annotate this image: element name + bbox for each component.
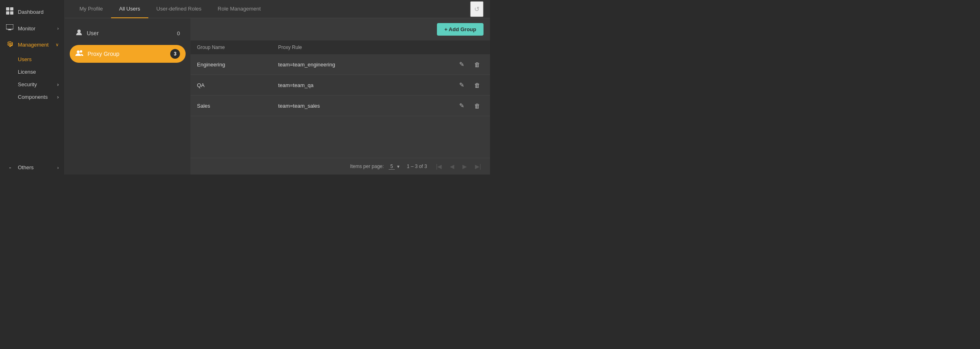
actions-cell: ✎🗑 <box>410 96 490 116</box>
tab-user-defined-roles[interactable]: User-defined Roles <box>148 0 210 18</box>
col-actions <box>410 40 490 54</box>
proxy-rule-cell: team=team_engineering <box>272 54 410 75</box>
items-per-page-dropdown[interactable]: 5 ▼ <box>389 164 400 170</box>
delete-button[interactable]: 🗑 <box>471 80 484 90</box>
items-per-page-label: Items per page: <box>350 164 384 169</box>
panel-item-label: Proxy Group <box>88 51 120 57</box>
pagination-range: 1 – 3 of 3 <box>407 164 427 169</box>
sidebar-item-management[interactable]: Management ∨ <box>0 36 64 53</box>
chevron-down-icon: ∨ <box>56 42 59 47</box>
table-row: Engineeringteam=team_engineering✎🗑 <box>190 54 490 75</box>
delete-button[interactable]: 🗑 <box>471 101 484 111</box>
items-per-page-value: 5 <box>389 164 395 170</box>
last-page-button[interactable]: ▶| <box>473 162 484 170</box>
svg-rect-4 <box>6 24 13 29</box>
dropdown-chevron-icon: ▼ <box>396 164 400 169</box>
actions-cell: ✎🗑 <box>410 75 490 96</box>
tab-role-management[interactable]: Role Management <box>210 0 269 18</box>
group-name-cell: QA <box>190 75 272 96</box>
svg-point-7 <box>77 30 81 33</box>
sidebar-item-security[interactable]: Security › <box>0 78 64 91</box>
management-submenu: Users License Security › Components › <box>0 53 64 103</box>
group-table: Group Name Proxy Rule Engineeringteam=te… <box>190 40 490 116</box>
chevron-right-icon: › <box>57 165 59 170</box>
svg-rect-0 <box>6 7 9 11</box>
group-name-cell: Engineering <box>190 54 272 75</box>
right-panel-header: + Add Group <box>190 18 490 40</box>
actions-cell: ✎🗑 <box>410 54 490 75</box>
table-header-row: Group Name Proxy Rule <box>190 40 490 54</box>
svg-rect-6 <box>9 29 11 30</box>
user-count: 0 <box>177 30 180 36</box>
first-page-button[interactable]: |◀ <box>434 162 445 170</box>
group-name-cell: Sales <box>190 96 272 116</box>
sidebar-item-components[interactable]: Components › <box>0 91 64 103</box>
svg-rect-2 <box>6 11 9 15</box>
main-content: My Profile All Users User-defined Roles … <box>65 0 490 174</box>
group-table-container: Group Name Proxy Rule Engineeringteam=te… <box>190 40 490 158</box>
right-panel: + Add Group Group Name Proxy Rule Engine… <box>190 18 490 174</box>
dashboard-icon <box>6 7 14 16</box>
edit-button[interactable]: ✎ <box>456 80 468 90</box>
delete-button[interactable]: 🗑 <box>471 60 484 70</box>
gear-icon <box>6 40 14 49</box>
prev-page-button[interactable]: ◀ <box>447 162 457 170</box>
chevron-right-icon: › <box>57 81 59 87</box>
proxy-rule-cell: team=team_sales <box>272 96 410 116</box>
svg-rect-3 <box>10 11 13 15</box>
col-group-name: Group Name <box>190 40 272 54</box>
sidebar-item-label: Dashboard <box>18 9 44 15</box>
content-area: User 0 Proxy Group 3 <box>65 18 490 174</box>
sidebar: Dashboard Monitor › Management ∨ Users L… <box>0 0 65 174</box>
chevron-right-icon: › <box>57 26 59 31</box>
left-panel: User 0 Proxy Group 3 <box>65 18 190 174</box>
add-group-button[interactable]: + Add Group <box>437 23 484 36</box>
panel-item-label: User <box>87 30 99 36</box>
monitor-icon <box>6 24 14 32</box>
management-label: Management <box>18 42 49 48</box>
sidebar-item-monitor[interactable]: Monitor › <box>0 20 64 36</box>
tab-my-profile[interactable]: My Profile <box>71 0 111 18</box>
table-row: QAteam=team_qa✎🗑 <box>190 75 490 96</box>
sidebar-item-dashboard[interactable]: Dashboard <box>0 3 64 20</box>
table-row: Salesteam=team_sales✎🗑 <box>190 96 490 116</box>
tab-bar: My Profile All Users User-defined Roles … <box>65 0 490 18</box>
proxy-rule-cell: team=team_qa <box>272 75 410 96</box>
svg-point-8 <box>77 51 80 53</box>
refresh-button[interactable]: ↺ <box>470 1 484 17</box>
chevron-right-icon: › <box>57 94 59 100</box>
svg-rect-1 <box>10 7 13 11</box>
edit-button[interactable]: ✎ <box>456 59 468 70</box>
panel-item-user[interactable]: User 0 <box>70 25 186 42</box>
edit-button[interactable]: ✎ <box>456 100 468 111</box>
svg-point-9 <box>80 50 82 53</box>
pagination: Items per page: 5 ▼ 1 – 3 of 3 |◀ ◀ ▶ ▶| <box>190 158 490 174</box>
others-icon: ··· <box>6 165 14 170</box>
proxy-group-badge: 3 <box>170 49 180 59</box>
sidebar-item-users[interactable]: Users <box>0 53 64 66</box>
sidebar-item-others[interactable]: ··· Others › <box>0 160 64 174</box>
sidebar-item-license[interactable]: License <box>0 66 64 78</box>
panel-item-proxy-group[interactable]: Proxy Group 3 <box>70 45 186 63</box>
tab-all-users[interactable]: All Users <box>111 0 148 18</box>
sidebar-item-label: Monitor <box>18 26 35 32</box>
proxy-group-icon <box>75 49 83 58</box>
sidebar-item-label: Others <box>18 164 34 170</box>
next-page-button[interactable]: ▶ <box>460 162 469 170</box>
col-proxy-rule: Proxy Rule <box>272 40 410 54</box>
user-icon <box>75 29 83 38</box>
